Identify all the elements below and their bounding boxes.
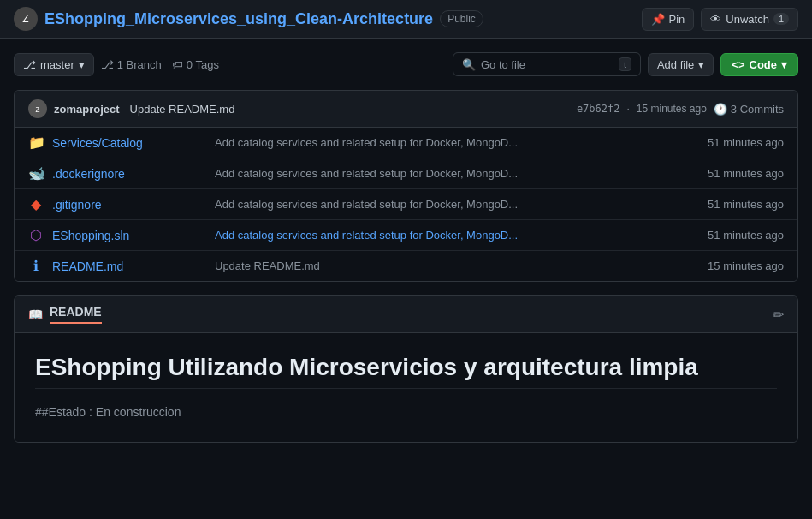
file-commit-message: Add catalog services and related setup f… xyxy=(215,198,681,211)
file-time: 51 minutes ago xyxy=(690,229,784,242)
branch-info: ⎇ 1 Branch 🏷 0 Tags xyxy=(101,58,219,71)
repo-title[interactable]: EShopping_Microservices_using_Clean-Arch… xyxy=(44,10,433,28)
readme-content: EShopping Utilizando Microservicios y ar… xyxy=(15,333,797,442)
file-type-icon: ⬡ xyxy=(28,227,44,243)
tag-count-link[interactable]: 🏷 0 Tags xyxy=(172,58,219,71)
chevron-down-icon: ▾ xyxy=(781,58,787,71)
file-name-link[interactable]: README.md xyxy=(52,260,206,273)
readme-heading: EShopping Utilizando Microservicios y ar… xyxy=(35,354,777,389)
table-row: 📁Services/CatalogAdd catalog services an… xyxy=(15,128,797,158)
edit-icon[interactable]: ✏ xyxy=(773,307,784,323)
toolbar: ⎇ master ▾ ⎇ 1 Branch 🏷 0 Tags 🔍 Go to f… xyxy=(14,52,798,76)
search-box[interactable]: 🔍 Go to file t xyxy=(453,52,641,76)
branch-count-link[interactable]: ⎇ 1 Branch xyxy=(101,58,162,71)
chevron-down-icon: ▾ xyxy=(79,58,85,71)
commit-separator: · xyxy=(626,103,629,115)
file-commit-message: Add catalog services and related setup f… xyxy=(215,167,681,180)
tag-count: 0 Tags xyxy=(187,58,219,71)
file-name-link[interactable]: .gitignore xyxy=(52,198,206,212)
commit-header-row: z zomaproject Update README.md e7b62f2 ·… xyxy=(15,91,797,128)
file-name-link[interactable]: EShopping.sln xyxy=(52,229,206,242)
eye-icon: 👁 xyxy=(710,13,721,26)
commit-hash[interactable]: e7b62f2 xyxy=(577,103,620,115)
table-row: 🐋.dockerignoreAdd catalog services and r… xyxy=(15,158,797,189)
commit-author-avatar: z xyxy=(28,99,47,118)
readme-title: 📖 README xyxy=(28,305,102,324)
file-commit-message: Add catalog services and related setup f… xyxy=(215,136,681,149)
branch-icon: ⎇ xyxy=(23,58,36,71)
file-time: 51 minutes ago xyxy=(690,198,784,211)
tag-icon: 🏷 xyxy=(172,58,183,71)
watch-count: 1 xyxy=(773,13,789,25)
readme-header: 📖 README ✏ xyxy=(15,296,797,333)
file-rows-container: 📁Services/CatalogAdd catalog services an… xyxy=(15,128,797,281)
file-table: z zomaproject Update README.md e7b62f2 ·… xyxy=(14,90,798,282)
visibility-badge: Public xyxy=(440,10,483,27)
header-actions: 📌 Pin 👁 Unwatch 1 xyxy=(642,8,799,31)
file-commit-message[interactable]: Add catalog services and related setup f… xyxy=(215,229,681,242)
file-type-icon: 🐋 xyxy=(28,165,44,182)
file-time: 51 minutes ago xyxy=(690,167,784,180)
commit-meta: e7b62f2 · 15 minutes ago 🕐 3 Commits xyxy=(577,103,784,116)
code-icon: <> xyxy=(732,58,744,71)
pin-button[interactable]: 📌 Pin xyxy=(642,8,695,31)
chevron-down-icon: ▾ xyxy=(698,58,704,71)
branch-count: 1 Branch xyxy=(117,58,162,71)
commits-count: 3 Commits xyxy=(731,103,784,116)
readme-subtitle: ##Estado : En construccion xyxy=(35,403,777,421)
search-container: 🔍 Go to file t Add file ▾ <> Code ▾ xyxy=(453,52,798,76)
commits-link[interactable]: 🕐 3 Commits xyxy=(714,103,784,116)
search-icon: 🔍 xyxy=(462,58,476,71)
top-header: Z EShopping_Microservices_using_Clean-Ar… xyxy=(0,0,812,39)
table-row: ⬡EShopping.slnAdd catalog services and r… xyxy=(15,220,797,251)
search-kbd: t xyxy=(619,57,631,71)
commit-message: Update README.md xyxy=(130,103,235,116)
code-button[interactable]: <> Code ▾ xyxy=(720,53,798,76)
file-type-icon: ◆ xyxy=(28,196,44,212)
unwatch-button[interactable]: 👁 Unwatch 1 xyxy=(701,8,798,31)
book-icon: 📖 xyxy=(28,307,43,321)
file-type-icon: 📁 xyxy=(28,134,44,151)
pin-icon: 📌 xyxy=(651,13,665,26)
table-row: ◆.gitignoreAdd catalog services and rela… xyxy=(15,189,797,220)
add-file-button[interactable]: Add file ▾ xyxy=(648,53,714,76)
branch-count-icon: ⎇ xyxy=(101,58,114,71)
commit-time: 15 minutes ago xyxy=(637,103,707,115)
file-type-icon: ℹ xyxy=(28,258,44,274)
file-commit-message: Update README.md xyxy=(215,260,681,272)
readme-section: 📖 README ✏ EShopping Utilizando Microser… xyxy=(14,295,798,443)
clock-icon: 🕐 xyxy=(714,103,727,116)
table-row: ℹREADME.mdUpdate README.md15 minutes ago xyxy=(15,251,797,281)
file-time: 15 minutes ago xyxy=(690,260,784,272)
user-avatar: Z xyxy=(14,7,38,31)
commit-author[interactable]: zomaproject xyxy=(54,103,120,116)
file-name-link[interactable]: .dockerignore xyxy=(52,167,206,181)
file-name-link[interactable]: Services/Catalog xyxy=(52,136,206,150)
main-content: ⎇ master ▾ ⎇ 1 Branch 🏷 0 Tags 🔍 Go to f… xyxy=(0,39,812,456)
branch-selector[interactable]: ⎇ master ▾ xyxy=(14,53,94,76)
file-time: 51 minutes ago xyxy=(690,136,784,149)
